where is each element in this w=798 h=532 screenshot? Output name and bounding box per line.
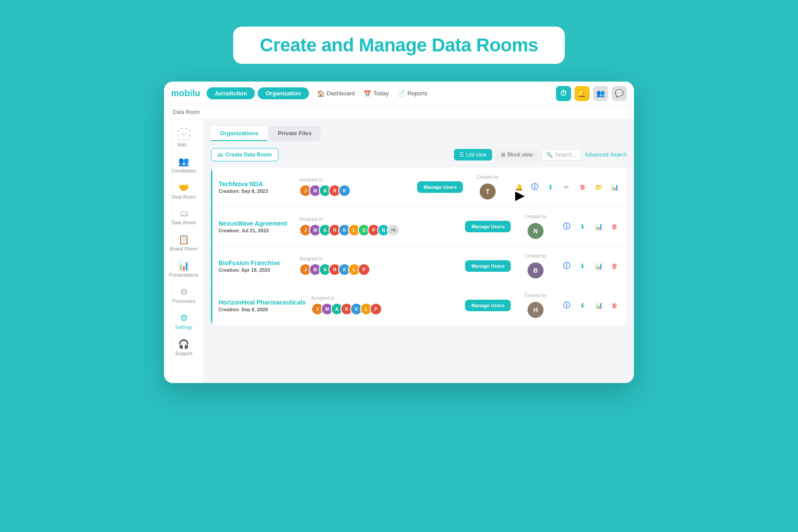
block-view-button[interactable]: ⊞ Block view bbox=[496, 149, 538, 160]
today-link[interactable]: 📅 Today bbox=[364, 90, 389, 97]
main-body: + Add... 👥 Candidates 🤝 Deal Room 🗂 Data… bbox=[164, 119, 634, 383]
assigned-section-3: Assigned to J M A R K L P bbox=[294, 256, 458, 276]
created-label-1: Created by bbox=[477, 175, 499, 180]
advanced-search-link[interactable]: Advanced Search bbox=[585, 152, 627, 158]
creator-avatar-4: H bbox=[528, 302, 544, 318]
add-icon: + bbox=[178, 128, 190, 141]
row-actions-4: ⓘ ⬇ 📊 🗑 bbox=[560, 299, 621, 312]
sidebar-item-data-room[interactable]: 🗂 Data Room bbox=[166, 205, 202, 229]
support-icon: 🎧 bbox=[178, 339, 189, 349]
manage-users-button-3[interactable]: Manage Users bbox=[465, 260, 511, 272]
sidebar-item-board-room[interactable]: 📋 Board Room bbox=[166, 231, 202, 255]
organization-nav[interactable]: Organization bbox=[258, 87, 309, 99]
room-name-2[interactable]: NexusWave Agreement bbox=[219, 220, 294, 227]
created-section-1: Created by T bbox=[470, 175, 505, 200]
search-box[interactable]: 🔍 Search... bbox=[541, 149, 581, 160]
delete-button-4[interactable]: 🗑 bbox=[608, 299, 621, 312]
bell-button-1[interactable]: 🔔 bbox=[512, 181, 525, 193]
row-actions-1: 🔔 ⓘ ⬇ ✏ 🗑 📁 📊 bbox=[512, 181, 621, 193]
breadcrumb-label: Data Room bbox=[173, 109, 200, 115]
sidebar-item-presentations[interactable]: 📊 Presentations bbox=[166, 257, 202, 281]
delete-button-1[interactable]: 🗑 bbox=[576, 181, 589, 193]
info-button-1[interactable]: ⓘ bbox=[528, 181, 541, 193]
chat-button[interactable]: 💬 bbox=[612, 86, 627, 101]
list-icon: ☰ bbox=[459, 152, 464, 158]
reports-link[interactable]: 📄 Reports bbox=[398, 90, 428, 97]
room-name-4[interactable]: HorizonHeal Pharmaceuticals bbox=[219, 299, 306, 306]
room-name-1[interactable]: TechNova NDA bbox=[219, 180, 294, 188]
processes-icon: ⚙ bbox=[180, 286, 188, 297]
today-label: Today bbox=[373, 90, 389, 97]
presentations-icon: 📊 bbox=[178, 260, 189, 271]
data-room-icon: 🗂 bbox=[180, 208, 188, 219]
clock-button[interactable]: ⏱ bbox=[556, 86, 571, 101]
chart-button-2[interactable]: 📊 bbox=[592, 220, 605, 233]
sidebar-item-add[interactable]: + Add... bbox=[166, 125, 202, 151]
folder-button-1[interactable]: 📁 bbox=[592, 181, 605, 193]
room-date-3: Creation: Apr 18, 2023 bbox=[219, 267, 294, 273]
room-info-4: HorizonHeal Pharmaceuticals Creation: Se… bbox=[219, 299, 306, 312]
creation-date-2: Jul 21, 2023 bbox=[241, 228, 269, 233]
sidebar-item-candidates[interactable]: 👥 Candidates bbox=[166, 153, 202, 177]
notification-button[interactable]: 🔔 bbox=[575, 86, 590, 101]
creation-date-3: Apr 18, 2023 bbox=[241, 267, 270, 273]
edit-button-1[interactable]: ✏ bbox=[560, 181, 573, 193]
assigned-label-2: Assigned to bbox=[299, 217, 453, 222]
download-button-2[interactable]: ⬇ bbox=[576, 220, 589, 233]
info-button-3[interactable]: ⓘ bbox=[560, 260, 573, 272]
download-button-4[interactable]: ⬇ bbox=[576, 299, 589, 312]
sidebar-data-label: Data Room bbox=[172, 220, 196, 225]
tab-private-files[interactable]: Private Files bbox=[269, 126, 321, 141]
deal-icon: 🤝 bbox=[178, 182, 189, 193]
created-label-3: Created by bbox=[525, 254, 547, 258]
sidebar-candidates-label: Candidates bbox=[172, 168, 196, 173]
room-info-1: TechNova NDA Creation: Sep 8, 2023 bbox=[219, 180, 294, 194]
download-button-1[interactable]: ⬇ bbox=[544, 181, 557, 193]
chart-button-3[interactable]: 📊 bbox=[592, 260, 605, 272]
chart-button-1[interactable]: 📊 bbox=[608, 181, 621, 193]
search-placeholder: Search... bbox=[555, 152, 576, 158]
download-button-3[interactable]: ⬇ bbox=[576, 260, 589, 272]
info-button-2[interactable]: ⓘ bbox=[560, 220, 573, 233]
manage-users-button-2[interactable]: Manage Users bbox=[465, 221, 511, 232]
creation-label-3: Creation: bbox=[219, 267, 240, 273]
page-wrapper: Create and Manage Data Rooms mobilu Juri… bbox=[0, 0, 798, 532]
assigned-label-1: Assigned to bbox=[299, 177, 405, 182]
created-label-4: Created by bbox=[525, 293, 547, 298]
info-button-4[interactable]: ⓘ bbox=[560, 299, 573, 312]
users-button[interactable]: 👥 bbox=[593, 86, 608, 101]
jurisdiction-nav[interactable]: Jurisdiction bbox=[207, 87, 255, 99]
table-row: HorizonHeal Pharmaceuticals Creation: Se… bbox=[211, 286, 627, 325]
breadcrumb: Data Room bbox=[164, 106, 634, 119]
room-date-2: Creation: Jul 21, 2023 bbox=[219, 228, 294, 233]
creation-label-1: Creation: bbox=[219, 188, 240, 194]
creation-label-2: Creation: bbox=[219, 228, 240, 233]
sidebar-item-deal-room[interactable]: 🤝 Deal Room bbox=[166, 179, 202, 203]
home-icon: 🏠 bbox=[317, 90, 325, 97]
delete-button-2[interactable]: 🗑 bbox=[608, 220, 621, 233]
assigned-label-3: Assigned to bbox=[299, 256, 453, 261]
creation-label-4: Creation: bbox=[219, 307, 240, 312]
table-row: TechNova NDA Creation: Sep 8, 2023 Assig… bbox=[211, 168, 627, 207]
nav-links: 🏠 Dashboard 📅 Today 📄 Reports bbox=[317, 90, 428, 97]
sidebar-item-support[interactable]: 🎧 Support bbox=[166, 335, 202, 360]
manage-users-button-4[interactable]: Manage Users bbox=[465, 300, 511, 311]
list-view-button[interactable]: ☰ List view bbox=[454, 149, 492, 160]
reports-icon: 📄 bbox=[398, 90, 405, 97]
sidebar-item-settings[interactable]: ⚙ Settings bbox=[166, 309, 202, 333]
dashboard-link[interactable]: 🏠 Dashboard bbox=[317, 90, 355, 97]
hero-title-box: Create and Manage Data Rooms bbox=[233, 27, 565, 64]
tab-organizations[interactable]: Organizations bbox=[211, 126, 267, 141]
hero-title: Create and Manage Data Rooms bbox=[260, 35, 538, 56]
sidebar-item-processes[interactable]: ⚙ Processes bbox=[166, 283, 202, 307]
avatar-more-2: +5 bbox=[387, 224, 399, 236]
manage-users-button-1[interactable]: Manage Users bbox=[417, 181, 463, 193]
create-data-room-button[interactable]: 🗂 Create Data Room bbox=[211, 148, 278, 161]
creator-avatar-2: N bbox=[528, 223, 544, 239]
chart-button-4[interactable]: 📊 bbox=[592, 299, 605, 312]
reports-label: Reports bbox=[407, 90, 428, 97]
delete-button-3[interactable]: 🗑 bbox=[608, 260, 621, 272]
table-row: NexusWave Agreement Creation: Jul 21, 20… bbox=[211, 207, 627, 246]
room-name-3[interactable]: BioFusion Franchise bbox=[219, 259, 294, 266]
room-date-1: Creation: Sep 8, 2023 bbox=[219, 188, 294, 194]
